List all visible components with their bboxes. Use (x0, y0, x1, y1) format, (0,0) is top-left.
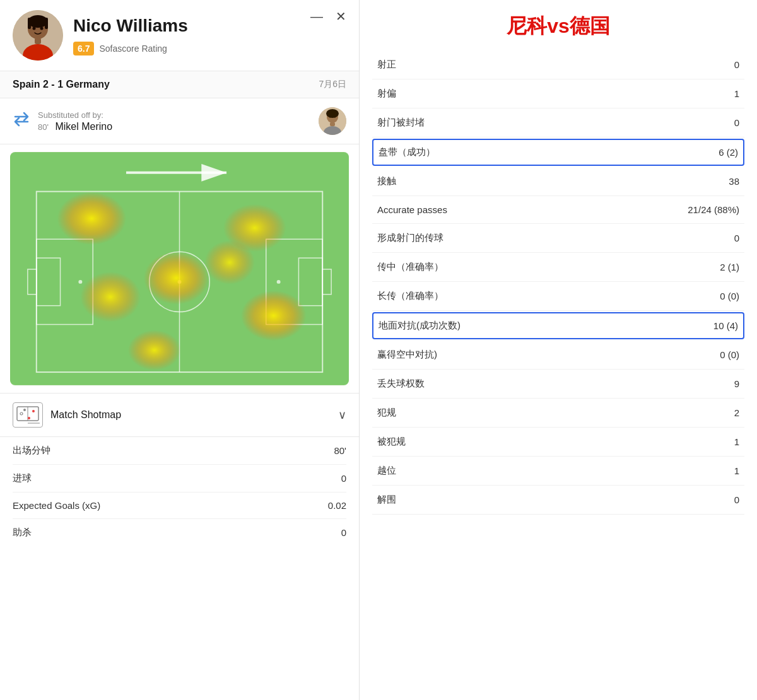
stat-value: 38 (729, 176, 739, 187)
svg-point-17 (326, 109, 339, 118)
stat-value: 0 (734, 59, 739, 70)
stat-label: 传中（准确率） (377, 261, 443, 273)
match-title: Spain 2 - 1 Germany (13, 79, 110, 90)
stat-value: 10 (4) (713, 320, 738, 331)
svg-point-10 (40, 27, 44, 30)
match-date: 7月6日 (319, 79, 346, 90)
sub-player-name: Mikel Merino (55, 121, 112, 132)
stat-label: 射正 (377, 59, 396, 71)
substitution-row: Substituted off by: 80' Mikel Merino (0, 98, 359, 144)
stat-label: 越位 (377, 465, 396, 477)
svg-rect-6 (45, 18, 48, 29)
stat-row-right: 形成射门的传球 0 (372, 224, 744, 253)
stat-row-left: Expected Goals (xG) 0.02 (13, 493, 346, 519)
svg-rect-4 (32, 16, 35, 26)
stat-row-right: 射正 0 (372, 50, 744, 79)
rating-row: 6.7 Sofascore Rating (73, 42, 346, 55)
svg-point-45 (23, 409, 26, 411)
stat-value: 21/24 (88%) (688, 204, 739, 215)
stat-label: 长传（准确率） (377, 290, 443, 302)
stat-value: 9 (734, 378, 739, 389)
stat-row-right: 丢失球权数 9 (372, 370, 744, 399)
stat-value: 1 (734, 88, 739, 99)
stat-row-left: 出场分钟 80' (13, 437, 346, 465)
sub-label: Substituted off by: (38, 110, 311, 120)
stat-label: 地面对抗(成功次数) (378, 320, 461, 332)
stat-label: 赢得空中对抗) (377, 349, 437, 361)
shotmap-label: Match Shotmap (50, 409, 331, 421)
stat-value: 6 (2) (719, 147, 738, 158)
stat-row-right: 犯规 2 (372, 399, 744, 428)
right-panel: 尼科vs德国 射正 0 射偏 1 射门被封堵 0 盘带（成功） 6 (2) 接触… (360, 0, 757, 700)
stat-value: 2 (1) (720, 262, 739, 272)
player-name: Nico Williams (73, 15, 346, 37)
stat-label: Accurate passes (377, 204, 447, 215)
svg-point-35 (144, 252, 209, 305)
stat-row-right: Accurate passes 21/24 (88%) (372, 196, 744, 224)
stat-row-left: 助杀 0 (13, 519, 346, 546)
stat-value: 0 (734, 494, 739, 505)
stat-row-right: 盘带（成功） 6 (2) (372, 139, 744, 166)
right-stats: 射正 0 射偏 1 射门被封堵 0 盘带（成功） 6 (2) 接触 38 Acc… (372, 50, 744, 515)
shotmap-row[interactable]: Match Shotmap ∨ (0, 393, 359, 437)
svg-point-38 (204, 240, 255, 284)
stat-label: 射门被封堵 (377, 117, 425, 129)
player-header: Nico Williams 6.7 Sofascore Rating — ✕ (0, 0, 359, 71)
svg-rect-8 (35, 38, 41, 44)
stat-row-right: 射偏 1 (372, 79, 744, 108)
stat-value: 80' (334, 445, 346, 456)
shotmap-chevron: ∨ (338, 408, 346, 422)
stat-value: 0.02 (328, 500, 346, 511)
window-controls: — ✕ (310, 10, 346, 23)
stat-value: 0 (0) (720, 291, 739, 301)
svg-point-9 (33, 27, 36, 30)
svg-point-30 (277, 280, 281, 284)
stat-label: 形成射门的传球 (377, 232, 443, 244)
stat-label: 被犯规 (377, 436, 406, 448)
svg-point-43 (28, 417, 30, 419)
stat-row-right: 越位 1 (372, 457, 744, 486)
stat-row-left: 进球 0 (13, 465, 346, 493)
match-info: Spain 2 - 1 Germany 7月6日 (0, 71, 359, 98)
svg-point-27 (78, 280, 82, 284)
close-button[interactable]: ✕ (336, 10, 346, 23)
minimize-button[interactable]: — (310, 10, 323, 23)
stat-label: 解围 (377, 494, 396, 506)
stat-label: 接触 (377, 175, 396, 187)
stat-value: 2 (734, 407, 739, 418)
heatmap-container (10, 152, 349, 385)
sub-details: Substituted off by: 80' Mikel Merino (38, 110, 311, 132)
stat-label: 犯规 (377, 407, 396, 419)
rating-badge: 6.7 (73, 42, 94, 55)
svg-rect-5 (40, 16, 44, 26)
svg-point-37 (241, 291, 306, 341)
stat-row-right: 被犯规 1 (372, 428, 744, 457)
svg-point-34 (80, 272, 140, 322)
stat-row-right: 地面对抗(成功次数) 10 (4) (372, 312, 744, 339)
stat-label: 盘带（成功） (378, 146, 435, 158)
stat-value: 1 (734, 465, 739, 476)
sub-player-avatar (319, 107, 346, 135)
svg-point-39 (128, 330, 181, 370)
player-info: Nico Williams 6.7 Sofascore Rating (73, 15, 346, 55)
stat-row-right: 接触 38 (372, 167, 744, 196)
stat-value: 0 (341, 473, 346, 484)
sub-name: 80' Mikel Merino (38, 121, 311, 132)
stat-value: 1 (734, 436, 739, 447)
sub-minute: 80' (38, 122, 49, 132)
stat-row-right: 射门被封堵 0 (372, 108, 744, 137)
stat-value: 0 (341, 527, 346, 538)
shotmap-icon (13, 402, 43, 428)
stat-label: 助杀 (13, 527, 32, 539)
stat-value: 0 (0) (720, 349, 739, 360)
left-stats-table: 出场分钟 80' 进球 0 Expected Goals (xG) 0.02 助… (0, 437, 359, 546)
stat-row-right: 长传（准确率） 0 (0) (372, 282, 744, 311)
rating-label: Sofascore Rating (99, 44, 167, 54)
stat-label: 出场分钟 (13, 445, 50, 457)
right-title: 尼科vs德国 (372, 0, 744, 50)
stat-row-right: 解围 0 (372, 486, 744, 515)
stat-label: 丢失球权数 (377, 378, 425, 390)
svg-rect-14 (330, 122, 335, 126)
stat-row-right: 传中（准确率） 2 (1) (372, 253, 744, 282)
stat-row-right: 赢得空中对抗) 0 (0) (372, 341, 744, 370)
